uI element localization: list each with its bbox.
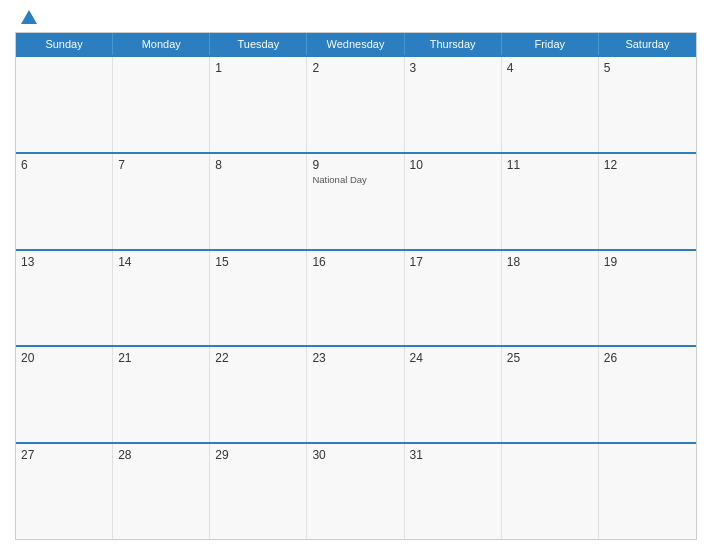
day-cell bbox=[599, 444, 696, 539]
day-cell: 7 bbox=[113, 154, 210, 249]
day-cell: 1 bbox=[210, 57, 307, 152]
day-number: 11 bbox=[507, 158, 593, 172]
day-number: 6 bbox=[21, 158, 107, 172]
holiday-label: National Day bbox=[312, 174, 398, 185]
day-number: 28 bbox=[118, 448, 204, 462]
week-row-4: 20212223242526 bbox=[16, 345, 696, 442]
day-cell: 15 bbox=[210, 251, 307, 346]
day-cell: 16 bbox=[307, 251, 404, 346]
day-cell: 8 bbox=[210, 154, 307, 249]
day-number: 26 bbox=[604, 351, 691, 365]
day-cell: 12 bbox=[599, 154, 696, 249]
day-number: 25 bbox=[507, 351, 593, 365]
day-cell bbox=[113, 57, 210, 152]
day-number: 7 bbox=[118, 158, 204, 172]
day-cell bbox=[16, 57, 113, 152]
day-cell bbox=[502, 444, 599, 539]
day-number: 31 bbox=[410, 448, 496, 462]
day-header-friday: Friday bbox=[502, 33, 599, 55]
day-cell: 10 bbox=[405, 154, 502, 249]
header bbox=[15, 10, 697, 24]
day-cell: 3 bbox=[405, 57, 502, 152]
day-number: 29 bbox=[215, 448, 301, 462]
day-headers-row: SundayMondayTuesdayWednesdayThursdayFrid… bbox=[16, 33, 696, 55]
day-header-sunday: Sunday bbox=[16, 33, 113, 55]
day-number: 17 bbox=[410, 255, 496, 269]
day-number: 20 bbox=[21, 351, 107, 365]
day-cell: 13 bbox=[16, 251, 113, 346]
day-header-tuesday: Tuesday bbox=[210, 33, 307, 55]
day-number: 23 bbox=[312, 351, 398, 365]
week-row-2: 6789National Day101112 bbox=[16, 152, 696, 249]
day-number: 2 bbox=[312, 61, 398, 75]
day-cell: 25 bbox=[502, 347, 599, 442]
day-number: 27 bbox=[21, 448, 107, 462]
day-cell: 6 bbox=[16, 154, 113, 249]
day-number: 3 bbox=[410, 61, 496, 75]
day-number: 1 bbox=[215, 61, 301, 75]
day-number: 9 bbox=[312, 158, 398, 172]
day-number: 22 bbox=[215, 351, 301, 365]
day-header-monday: Monday bbox=[113, 33, 210, 55]
day-number: 10 bbox=[410, 158, 496, 172]
logo bbox=[19, 10, 38, 24]
day-cell: 31 bbox=[405, 444, 502, 539]
day-cell: 14 bbox=[113, 251, 210, 346]
day-cell: 2 bbox=[307, 57, 404, 152]
day-number: 18 bbox=[507, 255, 593, 269]
day-number: 8 bbox=[215, 158, 301, 172]
day-cell: 11 bbox=[502, 154, 599, 249]
day-number: 14 bbox=[118, 255, 204, 269]
day-cell: 5 bbox=[599, 57, 696, 152]
day-cell: 23 bbox=[307, 347, 404, 442]
day-number: 12 bbox=[604, 158, 691, 172]
day-number: 13 bbox=[21, 255, 107, 269]
day-number: 21 bbox=[118, 351, 204, 365]
day-cell: 29 bbox=[210, 444, 307, 539]
day-cell: 24 bbox=[405, 347, 502, 442]
day-number: 24 bbox=[410, 351, 496, 365]
calendar: SundayMondayTuesdayWednesdayThursdayFrid… bbox=[15, 32, 697, 540]
week-row-3: 13141516171819 bbox=[16, 249, 696, 346]
day-header-wednesday: Wednesday bbox=[307, 33, 404, 55]
day-header-thursday: Thursday bbox=[405, 33, 502, 55]
day-number: 5 bbox=[604, 61, 691, 75]
day-cell: 9National Day bbox=[307, 154, 404, 249]
week-row-5: 2728293031 bbox=[16, 442, 696, 539]
day-number: 15 bbox=[215, 255, 301, 269]
weeks-container: 123456789National Day1011121314151617181… bbox=[16, 55, 696, 539]
day-cell: 17 bbox=[405, 251, 502, 346]
day-number: 16 bbox=[312, 255, 398, 269]
day-cell: 19 bbox=[599, 251, 696, 346]
calendar-page: SundayMondayTuesdayWednesdayThursdayFrid… bbox=[0, 0, 712, 550]
day-cell: 26 bbox=[599, 347, 696, 442]
day-cell: 27 bbox=[16, 444, 113, 539]
day-cell: 20 bbox=[16, 347, 113, 442]
week-row-1: 12345 bbox=[16, 55, 696, 152]
day-cell: 30 bbox=[307, 444, 404, 539]
day-header-saturday: Saturday bbox=[599, 33, 696, 55]
day-cell: 4 bbox=[502, 57, 599, 152]
day-cell: 22 bbox=[210, 347, 307, 442]
day-number: 19 bbox=[604, 255, 691, 269]
day-number: 30 bbox=[312, 448, 398, 462]
logo-triangle-icon bbox=[21, 10, 37, 24]
day-cell: 18 bbox=[502, 251, 599, 346]
day-number: 4 bbox=[507, 61, 593, 75]
day-cell: 28 bbox=[113, 444, 210, 539]
day-cell: 21 bbox=[113, 347, 210, 442]
